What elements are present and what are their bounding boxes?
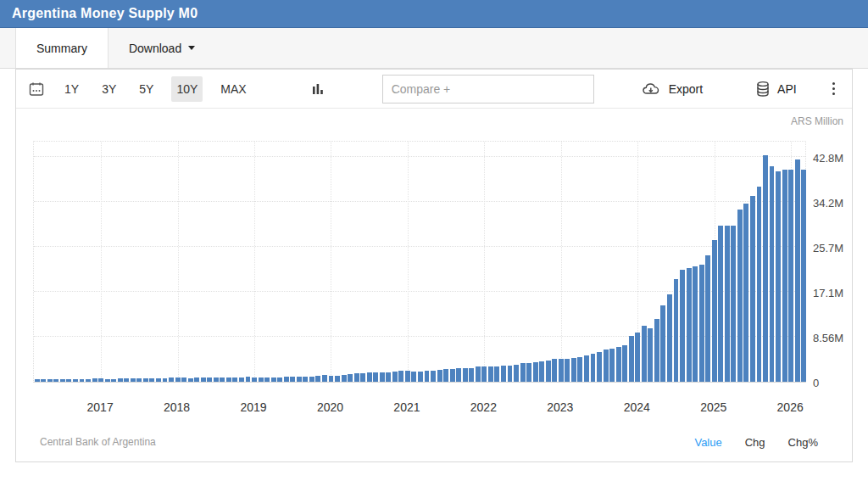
bar[interactable]	[354, 373, 359, 382]
bar[interactable]	[591, 354, 596, 382]
bar[interactable]	[577, 357, 582, 382]
bar[interactable]	[136, 378, 142, 382]
compare-input[interactable]	[382, 75, 594, 103]
bar[interactable]	[214, 378, 219, 382]
range-button-10y[interactable]: 10Y	[171, 76, 203, 102]
bar[interactable]	[476, 366, 481, 382]
bar[interactable]	[604, 350, 609, 382]
bar[interactable]	[456, 368, 461, 382]
bar[interactable]	[329, 376, 334, 382]
bar[interactable]	[367, 372, 372, 382]
bar[interactable]	[156, 378, 161, 382]
bar[interactable]	[360, 373, 365, 382]
bar[interactable]	[163, 378, 168, 382]
bar[interactable]	[757, 187, 762, 382]
bar[interactable]	[699, 265, 704, 382]
bar[interactable]	[348, 374, 353, 382]
bar[interactable]	[47, 379, 53, 382]
bar[interactable]	[660, 305, 665, 382]
bar[interactable]	[105, 379, 110, 382]
bar[interactable]	[418, 372, 423, 382]
export-button[interactable]: Export	[642, 81, 703, 97]
bar[interactable]	[450, 369, 455, 382]
bar[interactable]	[411, 372, 416, 382]
bar[interactable]	[795, 159, 800, 382]
bar[interactable]	[259, 378, 264, 382]
bar[interactable]	[763, 155, 768, 382]
bar[interactable]	[705, 255, 710, 382]
bar[interactable]	[232, 378, 237, 382]
bar[interactable]	[731, 226, 736, 382]
bar[interactable]	[680, 270, 685, 382]
bar[interactable]	[207, 378, 212, 382]
bar[interactable]	[246, 377, 251, 382]
bar[interactable]	[616, 347, 621, 382]
bar[interactable]	[546, 361, 551, 382]
bar[interactable]	[111, 379, 116, 382]
bar[interactable]	[622, 345, 627, 382]
bar[interactable]	[86, 379, 91, 382]
mode-chg-link[interactable]: Chg	[745, 436, 765, 449]
bar[interactable]	[175, 378, 181, 382]
bar[interactable]	[584, 355, 589, 382]
bar[interactable]	[201, 378, 206, 382]
bar[interactable]	[776, 171, 781, 382]
mode-chgpct-link[interactable]: Chg%	[788, 436, 818, 449]
bar[interactable]	[342, 375, 347, 382]
bar[interactable]	[654, 319, 659, 382]
bar[interactable]	[277, 378, 282, 382]
bar[interactable]	[264, 378, 270, 382]
bar[interactable]	[149, 378, 154, 382]
bar[interactable]	[635, 333, 640, 382]
bar[interactable]	[571, 358, 576, 382]
bar[interactable]	[315, 376, 320, 382]
bar[interactable]	[80, 379, 85, 382]
bar[interactable]	[718, 226, 723, 382]
bar[interactable]	[386, 372, 391, 382]
bar[interactable]	[526, 363, 531, 382]
bar[interactable]	[322, 375, 327, 382]
bar[interactable]	[609, 349, 615, 382]
bar[interactable]	[469, 368, 474, 382]
chart-type-icon[interactable]	[308, 79, 328, 99]
bar[interactable]	[303, 377, 308, 382]
bar[interactable]	[124, 378, 129, 382]
bar[interactable]	[642, 326, 647, 382]
bar[interactable]	[712, 240, 717, 382]
calendar-icon[interactable]	[26, 79, 47, 99]
range-button-5y[interactable]: 5Y	[134, 76, 159, 102]
bar[interactable]	[41, 379, 46, 382]
bar[interactable]	[770, 166, 775, 382]
bar[interactable]	[533, 362, 538, 382]
bar[interactable]	[309, 377, 314, 382]
bar[interactable]	[565, 359, 570, 382]
bar[interactable]	[743, 204, 748, 382]
bar[interactable]	[648, 328, 653, 382]
bar[interactable]	[284, 377, 289, 382]
tab-download[interactable]: Download	[108, 28, 215, 68]
bar[interactable]	[501, 366, 506, 382]
bar[interactable]	[380, 372, 385, 382]
bar[interactable]	[405, 371, 410, 382]
bar[interactable]	[597, 352, 602, 382]
bar[interactable]	[73, 379, 78, 382]
bar[interactable]	[290, 377, 295, 382]
tab-summary[interactable]: Summary	[15, 28, 108, 68]
bar[interactable]	[693, 266, 698, 382]
bar[interactable]	[667, 294, 672, 382]
bar[interactable]	[252, 378, 257, 382]
bar[interactable]	[431, 371, 436, 382]
bar[interactable]	[169, 378, 174, 382]
bar[interactable]	[801, 170, 806, 382]
bar[interactable]	[398, 371, 403, 382]
bar[interactable]	[35, 379, 40, 382]
bar[interactable]	[488, 366, 493, 382]
bar[interactable]	[737, 210, 743, 382]
bar[interactable]	[194, 378, 199, 382]
bar[interactable]	[60, 379, 65, 382]
bar[interactable]	[687, 268, 692, 382]
bar[interactable]	[520, 363, 526, 382]
bar[interactable]	[539, 361, 544, 382]
bar[interactable]	[220, 378, 225, 382]
bar[interactable]	[674, 279, 679, 382]
